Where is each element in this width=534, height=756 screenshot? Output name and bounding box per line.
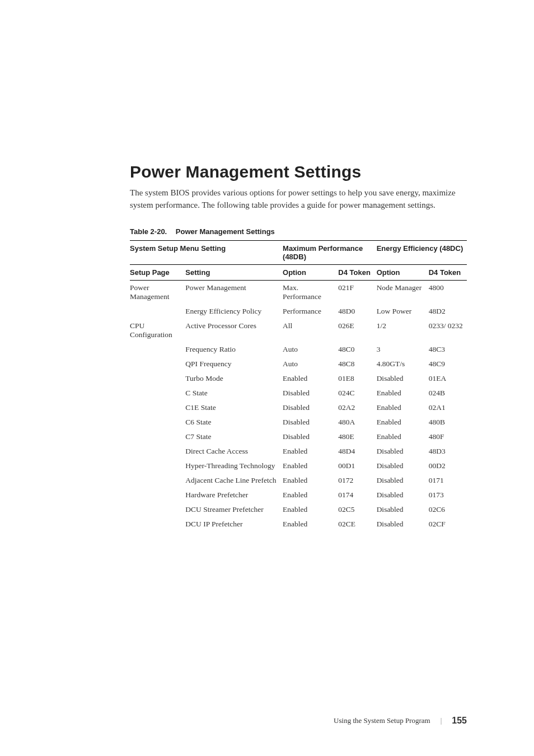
header-setup-page: Setup Page: [130, 264, 185, 280]
table-title: Power Management Settings: [176, 227, 275, 236]
page-footer: Using the System Setup Program | 155: [334, 716, 467, 726]
header-option-1: Option: [283, 264, 338, 280]
option1-cell: Disabled: [283, 386, 338, 400]
option1-cell: Performance: [283, 304, 338, 319]
setup-page-cell: [130, 444, 185, 459]
option2-cell: Disabled: [377, 517, 429, 531]
option2-cell: 1/2: [377, 319, 429, 342]
setting-cell: Power Management: [185, 280, 283, 304]
option1-cell: Auto: [283, 357, 338, 371]
setup-page-cell: [130, 430, 185, 444]
setting-cell: Frequency Ratio: [185, 342, 283, 357]
setup-page-cell: [130, 342, 185, 357]
token2-cell: 0233/ 0232: [429, 319, 467, 342]
intro-paragraph: The system BIOS provides various options…: [130, 187, 467, 212]
token2-cell: 00D2: [429, 459, 467, 473]
setup-page-cell: [130, 473, 185, 488]
option1-cell: Disabled: [283, 430, 338, 444]
header-energy: Energy Efficiency (48DC): [377, 240, 467, 264]
token2-cell: 4800: [429, 280, 467, 304]
token2-cell: 02A1: [429, 400, 467, 415]
setup-page-cell: CPU Configuration: [130, 319, 185, 342]
token2-cell: 480B: [429, 415, 467, 430]
option1-cell: Enabled: [283, 502, 338, 517]
option2-cell: Low Power: [377, 304, 429, 319]
token2-cell: 48D3: [429, 444, 467, 459]
header-maxperf: Maximum Performance (48DB): [283, 240, 377, 264]
token1-cell: 480E: [338, 430, 376, 444]
option2-cell: Disabled: [377, 502, 429, 517]
option2-cell: Disabled: [377, 371, 429, 386]
setting-cell: DCU Streamer Prefetcher: [185, 502, 283, 517]
option2-cell: Enabled: [377, 386, 429, 400]
token1-cell: 02CE: [338, 517, 376, 531]
table-row: Energy Efficiency PolicyPerformance48D0L…: [130, 304, 467, 319]
token2-cell: 0173: [429, 488, 467, 502]
option1-cell: Disabled: [283, 415, 338, 430]
token1-cell: 480A: [338, 415, 376, 430]
setting-cell: Direct Cache Access: [185, 444, 283, 459]
table-row: C7 StateDisabled480EEnabled480F: [130, 430, 467, 444]
setting-cell: QPI Frequency: [185, 357, 283, 371]
table-row: C6 StateDisabled480AEnabled480B: [130, 415, 467, 430]
setup-page-cell: [130, 488, 185, 502]
setting-cell: Hyper-Threading Technology: [185, 459, 283, 473]
option1-cell: Enabled: [283, 473, 338, 488]
option2-cell: Disabled: [377, 444, 429, 459]
token2-cell: 024B: [429, 386, 467, 400]
setting-cell: DCU IP Prefetcher: [185, 517, 283, 531]
setting-cell: Adjacent Cache Line Prefetch: [185, 473, 283, 488]
section-heading: Power Management Settings: [130, 162, 467, 181]
setting-cell: Energy Efficiency Policy: [185, 304, 283, 319]
token1-cell: 021F: [338, 280, 376, 304]
setup-page-cell: [130, 357, 185, 371]
page: Power Management Settings The system BIO…: [0, 0, 534, 756]
setup-page-cell: [130, 415, 185, 430]
table-row: Direct Cache AccessEnabled48D4Disabled48…: [130, 444, 467, 459]
table-row: C StateDisabled024CEnabled024B: [130, 386, 467, 400]
option1-cell: Auto: [283, 342, 338, 357]
table-row: Turbo ModeEnabled01E8Disabled01EA: [130, 371, 467, 386]
table-row: Hardware PrefetcherEnabled0174Disabled01…: [130, 488, 467, 502]
setup-page-cell: [130, 400, 185, 415]
setting-cell: Turbo Mode: [185, 371, 283, 386]
option1-cell: Enabled: [283, 488, 338, 502]
setting-cell: Hardware Prefetcher: [185, 488, 283, 502]
token1-cell: 48C8: [338, 357, 376, 371]
option2-cell: Enabled: [377, 400, 429, 415]
table-row: Hyper-Threading TechnologyEnabled00D1Dis…: [130, 459, 467, 473]
option1-cell: Disabled: [283, 400, 338, 415]
token2-cell: 0171: [429, 473, 467, 488]
option2-cell: Enabled: [377, 430, 429, 444]
option2-cell: Disabled: [377, 488, 429, 502]
option2-cell: 3: [377, 342, 429, 357]
table-row: Adjacent Cache Line PrefetchEnabled0172D…: [130, 473, 467, 488]
token2-cell: 48D2: [429, 304, 467, 319]
setting-cell: C6 State: [185, 415, 283, 430]
token2-cell: 480F: [429, 430, 467, 444]
footer-separator: |: [441, 716, 442, 725]
header-token-1: D4 Token: [338, 264, 376, 280]
header-option-2: Option: [377, 264, 429, 280]
setup-page-cell: [130, 517, 185, 531]
option1-cell: Max. Performance: [283, 280, 338, 304]
token1-cell: 01E8: [338, 371, 376, 386]
token1-cell: 48C0: [338, 342, 376, 357]
option1-cell: Enabled: [283, 459, 338, 473]
footer-text: Using the System Setup Program: [334, 716, 430, 725]
option1-cell: Enabled: [283, 371, 338, 386]
setup-page-cell: [130, 304, 185, 319]
option2-cell: 4.80GT/s: [377, 357, 429, 371]
token1-cell: 024C: [338, 386, 376, 400]
token1-cell: 026E: [338, 319, 376, 342]
option1-cell: All: [283, 319, 338, 342]
option1-cell: Enabled: [283, 517, 338, 531]
header-group: System Setup Menu Setting: [130, 240, 283, 264]
option2-cell: Enabled: [377, 415, 429, 430]
table-row: Frequency RatioAuto48C0348C3: [130, 342, 467, 357]
setup-page-cell: [130, 502, 185, 517]
setting-cell: C State: [185, 386, 283, 400]
option2-cell: Node Manager: [377, 280, 429, 304]
header-token-2: D4 Token: [429, 264, 467, 280]
table-row: CPU ConfigurationActive Processor CoresA…: [130, 319, 467, 342]
